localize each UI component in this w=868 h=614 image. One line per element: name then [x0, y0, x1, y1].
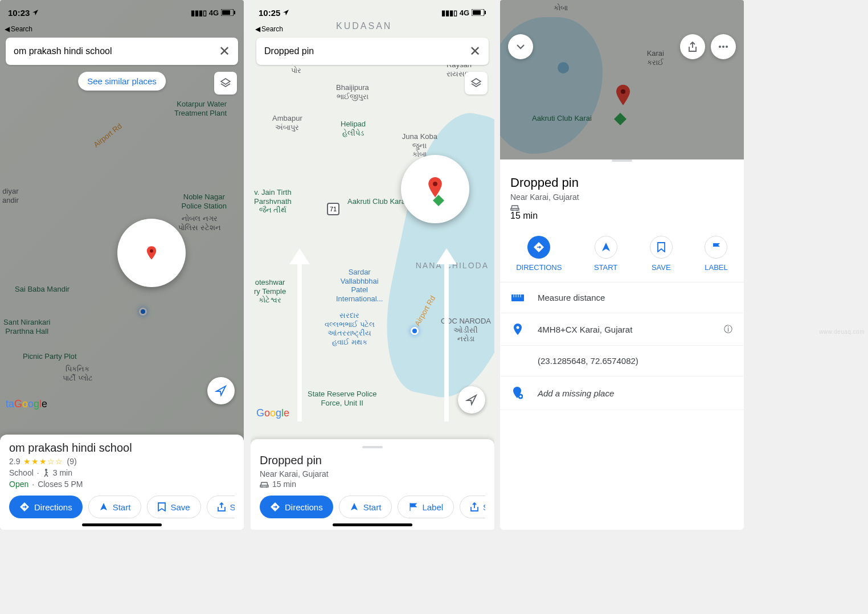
car-icon	[260, 481, 269, 488]
action-row: DIRECTIONS START SAVE LABEL	[500, 229, 744, 283]
poi-aakruti: Aakruti Club Karai	[347, 197, 407, 206]
clear-search-icon-2[interactable]: ✕	[469, 43, 481, 59]
saved-place-icon-b	[557, 62, 570, 74]
start-button[interactable]: Start	[88, 496, 142, 518]
svg-rect-6	[473, 10, 481, 15]
sheet-near: Near Karai, Gujarat	[510, 193, 734, 202]
plus-code-row[interactable]: 4MH8+CX Karai, Gujarat ⓘ	[500, 313, 744, 346]
dropped-pin-icon	[614, 84, 632, 109]
start-button-2[interactable]: Start	[339, 496, 392, 518]
svg-point-11	[621, 89, 625, 94]
label-button-2[interactable]: Label	[398, 496, 454, 518]
share-button[interactable]: Sh	[207, 496, 235, 518]
directions-action[interactable]: DIRECTIONS	[516, 236, 562, 272]
layers-icon	[220, 77, 231, 89]
rating-row: 2.9 ★★★☆☆ (9)	[9, 457, 235, 466]
loc-ambapur: Ambapurઅંબાપુર	[272, 114, 302, 132]
home-indicator[interactable]	[82, 523, 162, 526]
measure-distance-row[interactable]: Measure distance	[500, 283, 744, 313]
loc-koba: કોબા	[554, 3, 568, 13]
svg-point-13	[719, 46, 721, 48]
save-action[interactable]: SAVE	[650, 236, 673, 272]
layers-button-2[interactable]	[465, 72, 488, 95]
poi-jain: v. Jain TirthParshvnathજૈન તીર્થ	[254, 188, 292, 215]
sheet-header: Dropped pin Near Karai, Gujarat 15 min	[500, 167, 744, 229]
top-controls	[500, 34, 744, 59]
collapse-button[interactable]	[508, 34, 533, 59]
signal-icon: ▮▮▮▯	[191, 9, 207, 17]
directions-icon	[19, 502, 30, 512]
poi-diyar: diyarandir	[2, 187, 19, 204]
place-pin-icon	[513, 324, 522, 335]
flag-icon	[408, 502, 417, 511]
save-button[interactable]: Save	[147, 496, 200, 518]
more-button[interactable]	[711, 34, 736, 59]
recenter-button[interactable]	[207, 377, 235, 404]
similar-places-chip[interactable]: See similar places	[78, 72, 166, 91]
bookmark-icon	[158, 502, 166, 511]
search-input-2[interactable]	[264, 46, 469, 56]
location-arrow-icon	[32, 9, 39, 16]
svg-point-15	[726, 46, 728, 48]
poi-sardar: SardarVallabhbhaiPatelInternational...	[336, 268, 383, 303]
directions-icon	[270, 502, 280, 512]
action-buttons-2: Directions Start Label Sh	[260, 496, 485, 518]
svg-rect-18	[511, 294, 524, 301]
poi-sardar-gu: સરદારવલ્લભભાઈ પટેલઆંતરરાષ્ટ્રીયહવાઈ મથક	[325, 311, 375, 346]
navigation-icon	[99, 502, 108, 511]
route-shield: 71	[327, 203, 339, 215]
directions-button-2[interactable]: Directions	[260, 496, 333, 518]
loc-bhaijipura: Bhaijipuraભાઈજીપુરા	[336, 83, 369, 101]
flag-icon	[711, 242, 720, 252]
back-to-search[interactable]: ◀ Search	[0, 25, 244, 35]
pin-highlight-2	[401, 155, 469, 223]
coordinates-row[interactable]: (23.1285648, 72.6574082)	[500, 346, 744, 376]
car-icon	[510, 204, 519, 211]
phone-2: KUDASAN Porપોર Bhaijipuraભાઈજીપુરા Raysa…	[251, 0, 494, 530]
my-location-dot-2	[411, 327, 419, 335]
home-indicator-2[interactable]	[333, 523, 412, 526]
place-sheet-2[interactable]: Dropped pin Near Karai, Gujarat 15 min D…	[251, 439, 494, 530]
share-button-3[interactable]	[680, 34, 705, 59]
sheet-handle[interactable]	[362, 446, 383, 448]
clear-search-icon[interactable]: ✕	[219, 43, 230, 59]
expanded-sheet[interactable]: Dropped pin Near Karai, Gujarat 15 min D…	[500, 159, 744, 530]
map-pin-icon	[144, 245, 159, 261]
network-label: 4G	[209, 9, 219, 17]
poi-oteshwar: oteshwarry Templeકોટેશ્વર	[254, 278, 286, 305]
start-action[interactable]: START	[594, 236, 617, 272]
poi-noble-gu: નોબલ નગરપોલિસ સ્ટેશન	[178, 214, 221, 232]
saved-place-icon	[614, 113, 627, 125]
back-to-search-2[interactable]: ◀ Search	[251, 25, 494, 35]
place-sheet[interactable]: om prakash hindi school 2.9 ★★★☆☆ (9) Sc…	[0, 435, 244, 530]
phone-3: કોબા Karaiકરાઈ Aakruti Club Karai Droppe…	[500, 0, 744, 530]
poi-picnic: Picnic Party Plot	[23, 352, 77, 361]
poi-picnic-gu: પિકનિકપાર્ટી પ્લોટ	[63, 365, 93, 382]
search-bar[interactable]: ✕	[6, 38, 238, 65]
directions-button[interactable]: Directions	[9, 496, 83, 518]
chevron-down-icon	[515, 42, 526, 52]
recenter-button-2[interactable]	[458, 386, 485, 414]
info-icon[interactable]: ⓘ	[724, 324, 732, 335]
swipe-up-arrow-left	[297, 262, 302, 421]
network-label-2: 4G	[460, 9, 469, 17]
layers-icon	[470, 77, 482, 89]
label-action[interactable]: LABEL	[705, 236, 727, 272]
battery-icon	[221, 9, 236, 16]
clock: 10:23	[8, 8, 30, 18]
layers-button[interactable]	[214, 72, 237, 95]
swipe-up-arrow-right	[444, 262, 449, 421]
status-bar: 10:23 ▮▮▮▯ 4G	[0, 0, 244, 25]
google-logo: taGoogle	[6, 398, 47, 410]
battery-icon	[472, 9, 486, 16]
search-bar-2[interactable]: ✕	[256, 38, 489, 65]
near-me-icon	[215, 384, 227, 397]
poi-nirankari: Sant NirankariPrarthna Hall	[3, 318, 50, 335]
share-button-2[interactable]: Sh	[460, 496, 485, 518]
sheet-handle-3[interactable]	[612, 159, 632, 162]
poi-helipad: Helipadહેલીપેડ	[341, 120, 366, 137]
sheet-title: Dropped pin	[510, 175, 734, 190]
add-missing-place-row[interactable]: Add a missing place	[500, 376, 744, 410]
search-input[interactable]	[14, 46, 219, 56]
near-me-icon	[465, 394, 478, 406]
